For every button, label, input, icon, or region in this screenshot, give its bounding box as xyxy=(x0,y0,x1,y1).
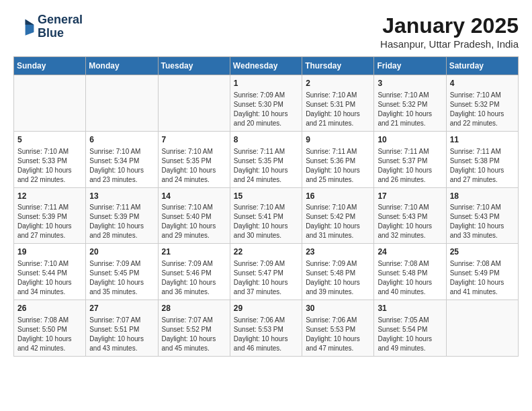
calendar-cell: 31Sunrise: 7:05 AM Sunset: 5:54 PM Dayli… xyxy=(374,300,446,357)
logo-text: General Blue xyxy=(38,13,83,40)
calendar-cell xyxy=(446,300,518,357)
day-number: 12 xyxy=(17,191,82,202)
day-info: Sunrise: 7:09 AM Sunset: 5:47 PM Dayligh… xyxy=(234,259,298,297)
day-number: 1 xyxy=(234,78,298,89)
day-info: Sunrise: 7:10 AM Sunset: 5:41 PM Dayligh… xyxy=(234,203,298,240)
day-number: 9 xyxy=(306,134,370,146)
calendar-cell: 5Sunrise: 7:10 AM Sunset: 5:33 PM Daylig… xyxy=(14,131,86,187)
day-info: Sunrise: 7:11 AM Sunset: 5:38 PM Dayligh… xyxy=(450,147,515,185)
day-info: Sunrise: 7:05 AM Sunset: 5:54 PM Dayligh… xyxy=(378,316,442,353)
weekday-header-row: SundayMondayTuesdayWednesdayThursdayFrid… xyxy=(14,57,519,75)
day-number: 31 xyxy=(378,303,442,314)
calendar-cell xyxy=(86,75,158,132)
day-number: 13 xyxy=(89,191,154,202)
day-number: 27 xyxy=(89,303,154,314)
weekday-header-saturday: Saturday xyxy=(446,57,518,75)
day-number: 20 xyxy=(89,246,154,258)
month-title: January 2025 xyxy=(380,13,519,38)
day-number: 14 xyxy=(162,191,226,202)
calendar-table: SundayMondayTuesdayWednesdayThursdayFrid… xyxy=(13,56,519,357)
day-number: 19 xyxy=(17,246,82,258)
calendar-cell: 26Sunrise: 7:08 AM Sunset: 5:50 PM Dayli… xyxy=(14,300,86,357)
day-info: Sunrise: 7:10 AM Sunset: 5:35 PM Dayligh… xyxy=(162,147,226,185)
calendar-cell: 20Sunrise: 7:09 AM Sunset: 5:45 PM Dayli… xyxy=(86,244,158,300)
day-number: 23 xyxy=(306,246,370,258)
day-number: 16 xyxy=(306,191,370,202)
day-info: Sunrise: 7:10 AM Sunset: 5:33 PM Dayligh… xyxy=(17,147,82,185)
day-info: Sunrise: 7:11 AM Sunset: 5:35 PM Dayligh… xyxy=(234,147,298,185)
calendar-cell: 14Sunrise: 7:10 AM Sunset: 5:40 PM Dayli… xyxy=(158,187,230,244)
calendar-cell: 22Sunrise: 7:09 AM Sunset: 5:47 PM Dayli… xyxy=(230,244,302,300)
calendar-cell: 30Sunrise: 7:06 AM Sunset: 5:53 PM Dayli… xyxy=(302,300,374,357)
calendar-cell: 11Sunrise: 7:11 AM Sunset: 5:38 PM Dayli… xyxy=(446,131,518,187)
day-number: 8 xyxy=(234,134,298,146)
day-info: Sunrise: 7:08 AM Sunset: 5:50 PM Dayligh… xyxy=(17,316,82,353)
day-info: Sunrise: 7:11 AM Sunset: 5:39 PM Dayligh… xyxy=(89,203,154,240)
day-info: Sunrise: 7:11 AM Sunset: 5:39 PM Dayligh… xyxy=(17,203,82,240)
week-row-4: 19Sunrise: 7:10 AM Sunset: 5:44 PM Dayli… xyxy=(14,244,519,300)
calendar-cell: 16Sunrise: 7:10 AM Sunset: 5:42 PM Dayli… xyxy=(302,187,374,244)
weekday-header-thursday: Thursday xyxy=(302,57,374,75)
day-info: Sunrise: 7:11 AM Sunset: 5:37 PM Dayligh… xyxy=(378,147,442,185)
day-info: Sunrise: 7:10 AM Sunset: 5:31 PM Dayligh… xyxy=(306,91,370,128)
day-info: Sunrise: 7:10 AM Sunset: 5:42 PM Dayligh… xyxy=(306,203,370,240)
calendar-cell: 6Sunrise: 7:10 AM Sunset: 5:34 PM Daylig… xyxy=(86,131,158,187)
day-number: 6 xyxy=(89,134,154,146)
calendar-cell: 10Sunrise: 7:11 AM Sunset: 5:37 PM Dayli… xyxy=(374,131,446,187)
day-info: Sunrise: 7:10 AM Sunset: 5:43 PM Dayligh… xyxy=(378,203,442,240)
calendar-cell: 3Sunrise: 7:10 AM Sunset: 5:32 PM Daylig… xyxy=(374,75,446,132)
calendar-cell: 15Sunrise: 7:10 AM Sunset: 5:41 PM Dayli… xyxy=(230,187,302,244)
weekday-header-friday: Friday xyxy=(374,57,446,75)
calendar-cell: 8Sunrise: 7:11 AM Sunset: 5:35 PM Daylig… xyxy=(230,131,302,187)
logo-icon xyxy=(13,16,35,38)
day-number: 3 xyxy=(378,78,442,89)
day-number: 22 xyxy=(234,246,298,258)
day-info: Sunrise: 7:07 AM Sunset: 5:52 PM Dayligh… xyxy=(162,316,226,353)
day-info: Sunrise: 7:07 AM Sunset: 5:51 PM Dayligh… xyxy=(89,316,154,353)
day-number: 17 xyxy=(378,191,442,202)
calendar-cell: 25Sunrise: 7:08 AM Sunset: 5:49 PM Dayli… xyxy=(446,244,518,300)
day-info: Sunrise: 7:10 AM Sunset: 5:40 PM Dayligh… xyxy=(162,203,226,240)
day-info: Sunrise: 7:09 AM Sunset: 5:48 PM Dayligh… xyxy=(306,259,370,297)
calendar-cell xyxy=(14,75,86,132)
week-row-5: 26Sunrise: 7:08 AM Sunset: 5:50 PM Dayli… xyxy=(14,300,519,357)
calendar-cell: 7Sunrise: 7:10 AM Sunset: 5:35 PM Daylig… xyxy=(158,131,230,187)
day-number: 2 xyxy=(306,78,370,89)
day-number: 26 xyxy=(17,303,82,314)
day-info: Sunrise: 7:08 AM Sunset: 5:48 PM Dayligh… xyxy=(378,259,442,297)
day-number: 18 xyxy=(450,191,515,202)
calendar-cell: 17Sunrise: 7:10 AM Sunset: 5:43 PM Dayli… xyxy=(374,187,446,244)
day-info: Sunrise: 7:06 AM Sunset: 5:53 PM Dayligh… xyxy=(234,316,298,353)
weekday-header-monday: Monday xyxy=(86,57,158,75)
day-number: 11 xyxy=(450,134,515,146)
calendar-cell: 27Sunrise: 7:07 AM Sunset: 5:51 PM Dayli… xyxy=(86,300,158,357)
calendar-cell: 4Sunrise: 7:10 AM Sunset: 5:32 PM Daylig… xyxy=(446,75,518,132)
day-number: 7 xyxy=(162,134,226,146)
calendar-cell: 18Sunrise: 7:10 AM Sunset: 5:43 PM Dayli… xyxy=(446,187,518,244)
day-info: Sunrise: 7:09 AM Sunset: 5:30 PM Dayligh… xyxy=(234,91,298,128)
weekday-header-wednesday: Wednesday xyxy=(230,57,302,75)
location: Hasanpur, Uttar Pradesh, India xyxy=(380,38,519,50)
day-number: 24 xyxy=(378,246,442,258)
day-number: 21 xyxy=(162,246,226,258)
day-info: Sunrise: 7:10 AM Sunset: 5:34 PM Dayligh… xyxy=(89,147,154,185)
day-info: Sunrise: 7:10 AM Sunset: 5:43 PM Dayligh… xyxy=(450,203,515,240)
week-row-1: 1Sunrise: 7:09 AM Sunset: 5:30 PM Daylig… xyxy=(14,75,519,132)
calendar-cell: 28Sunrise: 7:07 AM Sunset: 5:52 PM Dayli… xyxy=(158,300,230,357)
day-number: 30 xyxy=(306,303,370,314)
week-row-2: 5Sunrise: 7:10 AM Sunset: 5:33 PM Daylig… xyxy=(14,131,519,187)
day-info: Sunrise: 7:09 AM Sunset: 5:45 PM Dayligh… xyxy=(89,259,154,297)
calendar-cell: 12Sunrise: 7:11 AM Sunset: 5:39 PM Dayli… xyxy=(14,187,86,244)
page-header: General Blue January 2025 Hasanpur, Utta… xyxy=(13,13,519,50)
day-number: 4 xyxy=(450,78,515,89)
day-number: 10 xyxy=(378,134,442,146)
day-number: 5 xyxy=(17,134,82,146)
weekday-header-tuesday: Tuesday xyxy=(158,57,230,75)
calendar-cell: 19Sunrise: 7:10 AM Sunset: 5:44 PM Dayli… xyxy=(14,244,86,300)
day-info: Sunrise: 7:10 AM Sunset: 5:44 PM Dayligh… xyxy=(17,259,82,297)
day-info: Sunrise: 7:10 AM Sunset: 5:32 PM Dayligh… xyxy=(378,91,442,128)
day-info: Sunrise: 7:09 AM Sunset: 5:46 PM Dayligh… xyxy=(162,259,226,297)
title-block: January 2025 Hasanpur, Uttar Pradesh, In… xyxy=(380,13,519,50)
calendar-cell: 13Sunrise: 7:11 AM Sunset: 5:39 PM Dayli… xyxy=(86,187,158,244)
day-info: Sunrise: 7:11 AM Sunset: 5:36 PM Dayligh… xyxy=(306,147,370,185)
